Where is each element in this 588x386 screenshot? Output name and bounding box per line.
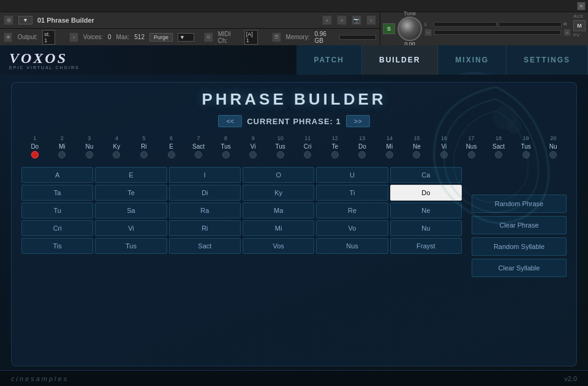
seq-dot[interactable]: [195, 151, 202, 158]
s-button[interactable]: S: [383, 23, 395, 34]
sequence-cell-4[interactable]: 4 Ky: [104, 135, 130, 158]
sequence-cell-6[interactable]: 6 E: [158, 135, 185, 158]
syllable-button-tis[interactable]: Tis: [21, 238, 93, 254]
syllable-button-mi[interactable]: Mi: [243, 220, 314, 236]
output-dropdown[interactable]: st. 1: [42, 30, 55, 45]
prev-button[interactable]: <: [322, 15, 332, 25]
syllable-button-e[interactable]: E: [95, 167, 167, 183]
syllable-button-tus[interactable]: Tus: [95, 238, 167, 254]
seq-dot[interactable]: [413, 151, 420, 158]
syllable-button-ca[interactable]: Ca: [390, 167, 462, 183]
level-slider[interactable]: [434, 22, 497, 27]
syllable-button-frayst[interactable]: Frayst: [390, 238, 462, 254]
midi-dropdown[interactable]: [A] 1: [244, 30, 258, 45]
syllable-button-di[interactable]: Di: [169, 185, 241, 201]
syllable-button-sact[interactable]: Sact: [169, 238, 241, 254]
seq-dot[interactable]: [331, 151, 339, 158]
syllable-button-do[interactable]: Do: [390, 185, 462, 201]
seq-dot[interactable]: [440, 151, 448, 158]
seq-dot[interactable]: [386, 151, 393, 158]
tab-settings[interactable]: SETTINGS: [507, 45, 588, 75]
purge-mode-dropdown[interactable]: ▼: [178, 33, 194, 42]
seq-dot[interactable]: [277, 151, 284, 158]
syllable-button-vi[interactable]: Vi: [95, 220, 167, 236]
seq-dot[interactable]: [358, 151, 366, 158]
syllable-button-i[interactable]: I: [169, 167, 241, 183]
sequence-cell-17[interactable]: 17 Nus: [458, 135, 485, 158]
voxos-tagline: EPIC VIRTUAL CHOIRS: [9, 65, 80, 70]
m-button[interactable]: M: [573, 20, 586, 31]
seq-dot[interactable]: [249, 151, 257, 158]
syllable-button-tu[interactable]: Tu: [21, 202, 93, 218]
sequence-cell-13[interactable]: 13 Do: [349, 135, 376, 158]
sequence-cell-18[interactable]: 18 Sact: [485, 135, 512, 158]
navigation-tabs: PATCH BUILDER MIXING SETTINGS: [296, 45, 588, 75]
sequence-cell-5[interactable]: 5 Ri: [130, 135, 157, 158]
syllable-button-ti[interactable]: Ti: [316, 185, 388, 201]
seq-dot[interactable]: [86, 151, 93, 158]
seq-dot[interactable]: [58, 151, 66, 158]
sequence-cell-16[interactable]: 16 Vi: [431, 135, 458, 158]
sequence-cell-1[interactable]: 1 Do: [21, 135, 48, 158]
syllable-button-ma[interactable]: Ma: [243, 202, 314, 218]
sequence-cell-11[interactable]: 11 Cri: [294, 135, 321, 158]
sequence-cell-7[interactable]: 7 Sact: [185, 135, 212, 158]
seq-dot[interactable]: [222, 151, 230, 158]
syllable-button-ri[interactable]: Ri: [169, 220, 241, 236]
syllable-button-cri[interactable]: Cri: [21, 220, 93, 236]
clear-phrase-button[interactable]: Clear Phrase: [472, 216, 567, 234]
random-phrase-button[interactable]: Random Phrase: [472, 195, 567, 213]
close-button[interactable]: ×: [577, 2, 586, 10]
syllable-button-vo[interactable]: Vo: [316, 220, 388, 236]
sequence-cell-3[interactable]: 3 Nu: [76, 135, 103, 158]
phrase-prev-button[interactable]: <<: [218, 115, 242, 127]
sequence-cell-2[interactable]: 2 Mi: [49, 135, 76, 158]
minus-btn[interactable]: −: [424, 29, 432, 36]
syllable-button-re[interactable]: Re: [316, 202, 388, 218]
sequence-cell-8[interactable]: 8 Tus: [213, 135, 239, 158]
seq-dot[interactable]: [113, 151, 120, 158]
seq-dot[interactable]: [522, 151, 530, 158]
plus-btn[interactable]: +: [564, 29, 571, 36]
syllable-button-u[interactable]: U: [316, 167, 388, 183]
phrase-next-button[interactable]: >>: [346, 115, 370, 127]
syllable-button-a[interactable]: A: [21, 167, 93, 183]
syllable-button-sa[interactable]: Sa: [95, 202, 167, 218]
syllable-button-ra[interactable]: Ra: [169, 202, 241, 218]
tab-builder[interactable]: BUILDER: [362, 45, 438, 75]
clear-syl-button[interactable]: Clear Syllable: [472, 259, 567, 277]
sequence-cell-20[interactable]: 20 Nu: [540, 135, 567, 158]
seq-dot[interactable]: [140, 151, 148, 158]
syllable-button-te[interactable]: Te: [95, 185, 167, 201]
tab-mixing[interactable]: MIXING: [438, 45, 507, 75]
menu-button[interactable]: ▼: [18, 16, 32, 24]
random-syl-button[interactable]: Random Syllable: [472, 237, 567, 256]
seq-dot[interactable]: [468, 151, 475, 158]
syllable-button-ky[interactable]: Ky: [243, 185, 314, 201]
seq-dot[interactable]: [495, 151, 502, 158]
seq-dot[interactable]: [168, 151, 175, 158]
seq-dot[interactable]: [31, 151, 39, 158]
seq-dot[interactable]: [304, 151, 311, 158]
sequence-cell-10[interactable]: 10 Tus: [267, 135, 294, 158]
seq-dot[interactable]: [549, 151, 557, 158]
syllable-button-ne[interactable]: Ne: [390, 202, 462, 218]
info-button[interactable]: i: [366, 15, 376, 25]
camera-button[interactable]: 📷: [352, 15, 361, 25]
purge-button[interactable]: Purge: [149, 33, 173, 42]
next-button[interactable]: >: [337, 15, 347, 25]
sequence-cell-9[interactable]: 9 Vi: [239, 135, 266, 158]
tune-knob[interactable]: [398, 17, 422, 41]
tab-patch[interactable]: PATCH: [296, 45, 362, 75]
sequence-cell-15[interactable]: 15 Ne: [404, 135, 431, 158]
syllable-button-nu[interactable]: Nu: [390, 220, 462, 236]
sequence-cell-19[interactable]: 19 Tus: [513, 135, 540, 158]
syllable-button-nus[interactable]: Nus: [316, 238, 388, 254]
vol-slider[interactable]: [434, 30, 561, 35]
sequence-cell-12[interactable]: 12 Te: [322, 135, 349, 158]
pan-slider[interactable]: [499, 22, 562, 27]
syllable-button-o[interactable]: O: [243, 167, 314, 183]
syllable-button-vos[interactable]: Vos: [243, 238, 314, 254]
syllable-button-ta[interactable]: Ta: [21, 185, 93, 201]
sequence-cell-14[interactable]: 14 Mi: [376, 135, 403, 158]
